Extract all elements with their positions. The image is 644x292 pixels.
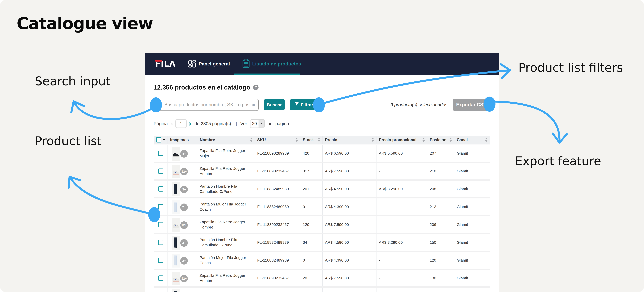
product-name-text: Pantalón Mujer Fila Jogger Coach: [200, 202, 254, 212]
column-header-Canal[interactable]: Canal: [454, 136, 490, 144]
column-header-Precio promocional[interactable]: Precio promocional: [376, 136, 427, 144]
filter-funnel-icon: [295, 102, 299, 107]
select-menu-caret-icon[interactable]: [163, 139, 166, 141]
tab-panel-general[interactable]: Panel general: [188, 60, 230, 68]
promo-price-cell: -: [376, 163, 427, 179]
filtrar-button[interactable]: Filtrar: [290, 99, 318, 110]
prev-page-chevron[interactable]: ‹: [170, 120, 174, 127]
sort-icon[interactable]: [422, 138, 425, 142]
column-header-Stock[interactable]: Stock: [300, 136, 323, 144]
search-input[interactable]: [164, 102, 255, 108]
search-input-arrow: [74, 102, 155, 119]
product-list-arrow: [70, 177, 154, 215]
column-header-Nombre[interactable]: Nombre: [198, 136, 255, 144]
buscar-button[interactable]: Buscar: [264, 99, 285, 110]
row-checkbox[interactable]: [158, 204, 163, 209]
annotation-product-list-label: Product list: [35, 134, 102, 148]
sku-cell: FL-118832489939: [255, 287, 300, 292]
sku-cell: FL-118890232457: [255, 163, 300, 179]
product-name-text: Zapatilla Fila Retro Jogger Mujer: [200, 148, 254, 158]
stock-cell: 0: [300, 252, 323, 268]
column-header-label: Nombre: [200, 138, 250, 142]
price-cell: AR$ 4.590,00: [323, 234, 376, 251]
row-checkbox[interactable]: [158, 275, 163, 281]
column-header-Precio[interactable]: Precio: [323, 136, 376, 144]
page-title: Catalogue view: [17, 15, 153, 32]
row-checkbox[interactable]: [158, 168, 163, 174]
column-header-SKU[interactable]: SKU: [255, 136, 300, 144]
product-name-cell: Pantalón Hombre Fila Camuflado C/Puno: [198, 181, 255, 197]
product-images-cell: 2+: [168, 252, 198, 268]
sort-icon[interactable]: [372, 138, 374, 142]
row-checkbox[interactable]: [158, 222, 163, 227]
row-checkbox[interactable]: [158, 151, 163, 156]
channel-cell: Glamit: [454, 287, 490, 292]
position-cell: 150: [427, 234, 454, 251]
selected-count-text: producto(s) seleccionados.: [394, 102, 449, 107]
selected-count-note: 0 producto(s) seleccionados.: [390, 102, 449, 107]
position-cell: 130: [427, 270, 454, 286]
product-images-cell: 12+: [168, 270, 198, 286]
tab-listado-de-productos[interactable]: Listado de productos: [242, 59, 301, 69]
column-header-label: Precio promocional: [379, 138, 422, 142]
row-checkbox[interactable]: [158, 240, 163, 245]
help-icon[interactable]: ?: [253, 85, 258, 90]
product-thumbnail: 12+: [168, 163, 197, 179]
pagination-separator: |: [236, 121, 237, 126]
promo-price-cell: AR$ 3.290,00: [376, 234, 427, 251]
row-select-cell: [154, 198, 168, 215]
product-thumbnail: 3+: [168, 234, 197, 251]
product-images-cell: 12+: [168, 163, 198, 179]
row-select-cell: [154, 234, 168, 251]
export-csv-button[interactable]: Exportar CSV: [452, 99, 490, 111]
product-images-cell: 3+: [168, 234, 198, 251]
top-navbar: FILΛ Panel general: [145, 53, 498, 75]
promo-price-cell: AR$ 3.290,00: [376, 181, 427, 197]
select-all-checkbox[interactable]: [156, 137, 161, 142]
select-all-header-cell[interactable]: [154, 136, 168, 144]
row-select-cell: [154, 163, 168, 179]
filtrar-button-label: Filtrar: [301, 102, 313, 107]
product-thumbnail: 12+: [168, 216, 197, 233]
page-number-input[interactable]: [176, 119, 186, 128]
price-cell: AR$ 7.590,00: [323, 163, 376, 179]
product-name-text: Pantalón Hombre Fila Camuflado C/Puno: [200, 237, 254, 248]
product-name-text: Zapatilla Fila Retro Jogger Hombre: [200, 273, 254, 283]
product-name-text: Zapatilla Fila Retro Jogger Hombre: [200, 166, 254, 176]
product-thumbnail: 12+: [168, 270, 197, 286]
export-arrow: [493, 102, 560, 142]
product-images-cell: 12+: [168, 216, 198, 233]
stock-cell: 0: [300, 198, 323, 215]
column-header-Posición[interactable]: Posición: [427, 136, 454, 144]
clipboard-list-icon: [242, 59, 250, 69]
price-cell: AR$ 6.590,00: [323, 145, 376, 162]
price-cell: AR$ 4.590,00: [323, 181, 376, 197]
screenshot-stage: Catalogue view Search input Product list…: [0, 0, 644, 292]
row-select-cell: [154, 216, 168, 233]
next-page-chevron[interactable]: ›: [188, 120, 192, 127]
product-thumbnail: 2+: [168, 198, 197, 215]
search-icon: [157, 102, 162, 108]
search-box: [154, 99, 259, 111]
channel-cell: Glamit: [454, 198, 490, 215]
channel-cell: Glamit: [454, 145, 490, 162]
table-row: 12+Zapatilla Fila Retro Jogger HombreFL-…: [154, 163, 490, 181]
pagination-ver-label: Ver: [240, 121, 247, 126]
image-count-badge: 3+: [180, 186, 188, 193]
sku-cell: FL-118832489939: [255, 198, 300, 215]
row-checkbox[interactable]: [158, 258, 163, 263]
column-header-label: Imágenes: [170, 138, 197, 142]
position-cell: 206: [427, 216, 454, 233]
sort-icon[interactable]: [318, 138, 320, 142]
sku-cell: FL-118832489939: [255, 234, 300, 251]
sort-icon[interactable]: [485, 138, 488, 142]
product-name-text: Pantalón Hombre Fila Camuflado C/Puno: [200, 184, 254, 194]
row-select-cell: [154, 252, 168, 268]
page-size-select[interactable]: 20: [250, 119, 265, 128]
row-checkbox[interactable]: [158, 186, 163, 192]
sort-icon[interactable]: [296, 138, 298, 142]
sort-icon[interactable]: [450, 138, 452, 142]
product-name-cell: Zapatilla Fila Retro Jogger Hombre: [198, 270, 255, 286]
sort-icon[interactable]: [250, 138, 252, 142]
position-cell: 208: [427, 181, 454, 197]
